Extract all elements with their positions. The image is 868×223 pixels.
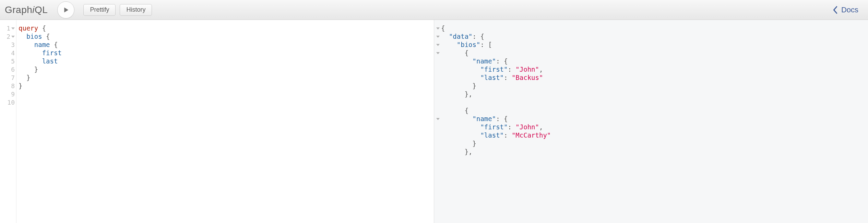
query-editor[interactable]: query { bios { name { first last } }} (16, 20, 434, 223)
code-line: "name": { (441, 57, 868, 65)
code-line: } (19, 73, 434, 82)
result-gutter-row (434, 57, 440, 65)
workspace: 12345678910 query { bios { name { first … (0, 20, 868, 223)
token: { (441, 49, 468, 57)
code-line: { (441, 106, 868, 115)
result-gutter-row (434, 148, 440, 156)
token (19, 33, 26, 40)
gutter-line: 9 (0, 90, 16, 98)
token: last (42, 57, 58, 65)
token: : { (496, 57, 508, 65)
result-gutter-row (434, 49, 440, 57)
result-pane: { "data": { "bios": [ { "name": { "first… (434, 20, 868, 223)
token: "data" (449, 33, 473, 40)
token (441, 66, 480, 73)
token (441, 74, 480, 81)
line-number: 3 (11, 41, 15, 48)
token: { (50, 41, 58, 48)
result-gutter-row (434, 40, 440, 49)
result-gutter-row (434, 82, 440, 90)
docs-button[interactable]: Docs (829, 3, 862, 16)
code-line (441, 98, 868, 106)
fold-toggle-icon[interactable] (436, 44, 440, 46)
code-line: name { (19, 40, 434, 49)
token: { (42, 33, 50, 40)
line-number: 2 (7, 33, 10, 40)
code-line: } (19, 65, 434, 73)
line-number: 7 (11, 74, 15, 81)
code-line: "first": "John", (441, 123, 868, 131)
token: name (34, 41, 50, 48)
fold-toggle-icon[interactable] (11, 27, 15, 30)
token: "last" (480, 131, 504, 139)
execute-button[interactable] (57, 1, 74, 19)
token: "bios" (457, 41, 480, 48)
token: "John" (515, 123, 539, 131)
token: , (539, 66, 543, 73)
result-gutter-row (434, 139, 440, 148)
docs-label: Docs (841, 5, 858, 14)
gutter-line: 8 (0, 82, 16, 90)
token: "name" (473, 115, 496, 122)
token: "first" (480, 123, 508, 131)
result-gutter-row (434, 32, 440, 40)
code-line: "last": "Backus" (441, 73, 868, 82)
code-line: first (19, 49, 434, 57)
line-number: 5 (11, 58, 15, 65)
token: } (19, 74, 30, 81)
token: : [ (480, 41, 492, 48)
line-number: 9 (11, 91, 15, 98)
code-line (19, 90, 434, 98)
fold-toggle-icon[interactable] (436, 52, 440, 54)
prettify-button[interactable]: Prettify (83, 4, 116, 16)
token: { (441, 107, 468, 114)
fold-toggle-icon[interactable] (11, 36, 15, 38)
token (441, 123, 480, 131)
token: } (441, 140, 476, 147)
token (19, 49, 42, 57)
code-line: }, (441, 90, 868, 98)
token: "Backus" (512, 74, 543, 81)
fold-toggle-icon[interactable] (436, 36, 440, 38)
token: { (38, 24, 46, 32)
code-line: } (19, 82, 434, 90)
history-button[interactable]: History (120, 4, 152, 16)
logo-text-b: QL (35, 4, 48, 15)
query-editor-pane: 12345678910 query { bios { name { first … (0, 20, 434, 223)
result-gutter-row (434, 90, 440, 98)
toolbar: GraphiQL Prettify History Docs (0, 0, 868, 20)
editor-gutter: 12345678910 (0, 20, 16, 223)
code-line: "name": { (441, 115, 868, 123)
result-gutter-row (434, 123, 440, 131)
token (441, 115, 473, 122)
token (441, 41, 457, 48)
token: : { (496, 115, 508, 122)
token (441, 131, 480, 139)
token: } (19, 66, 38, 73)
token: , (539, 123, 543, 131)
token (19, 57, 42, 65)
result-gutter-row (434, 24, 440, 32)
gutter-line: 10 (0, 98, 16, 106)
line-number: 1 (7, 25, 10, 32)
result-gutter-row (434, 65, 440, 73)
token (441, 57, 473, 65)
line-number: 8 (11, 82, 15, 90)
token: query (19, 24, 38, 32)
fold-toggle-icon[interactable] (436, 27, 440, 30)
token: } (19, 82, 22, 90)
app-logo: GraphiQL (5, 4, 48, 15)
fold-toggle-icon[interactable] (436, 118, 440, 120)
gutter-line: 2 (0, 32, 16, 40)
token: : (508, 123, 515, 131)
line-number: 6 (11, 66, 15, 73)
play-icon (62, 6, 69, 14)
token: "name" (473, 57, 496, 65)
code-line: "last": "McCarthy" (441, 131, 868, 139)
line-number: 4 (11, 49, 15, 57)
token: : (504, 131, 512, 139)
gutter-line: 6 (0, 65, 16, 73)
line-number: 10 (7, 99, 15, 106)
token: : (508, 66, 515, 73)
token: }, (441, 90, 473, 98)
